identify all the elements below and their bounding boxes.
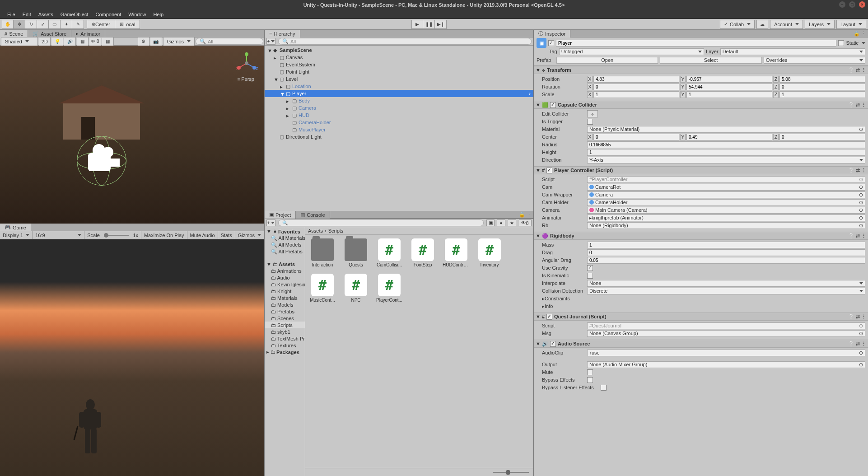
hidden-count-button[interactable]: 👁8 bbox=[519, 219, 532, 226]
camera-gizmo[interactable] bbox=[77, 136, 131, 186]
asset-musiccont[interactable]: #MusicCont... bbox=[309, 274, 336, 303]
persp-label[interactable]: ≡ Persp bbox=[238, 76, 254, 82]
pivot-center-button[interactable]: ⊕ Center bbox=[87, 20, 115, 29]
maxonplay-toggle[interactable]: Maximize On Play bbox=[141, 231, 187, 239]
camera-field[interactable]: Main Camera (Camera)⊙ bbox=[587, 207, 865, 214]
hierarchy-item-musicplayer[interactable]: ▢ MusicPlayer bbox=[265, 126, 533, 133]
tag-dropdown[interactable]: Untagged bbox=[559, 48, 704, 55]
gameobject-icon[interactable]: ▣ bbox=[537, 38, 546, 48]
tab-hierarchy[interactable]: ≡ Hierarchy bbox=[265, 30, 300, 37]
animator-field[interactable]: ▸ knigthprefab (Animator)⊙ bbox=[587, 215, 865, 221]
istrigger-checkbox[interactable] bbox=[587, 119, 593, 125]
hierarchy-search-input[interactable]: 🔍All bbox=[278, 38, 532, 45]
menu-help[interactable]: Help bbox=[149, 11, 167, 18]
prefab-overrides-dropdown[interactable]: Overrides bbox=[764, 57, 865, 64]
shading-dropdown[interactable]: Shaded bbox=[1, 37, 38, 46]
hierarchy-item-directional-light[interactable]: ▢ Directional Light bbox=[265, 133, 533, 140]
hierarchy-item-level[interactable]: ▼▢ Level bbox=[265, 75, 533, 83]
hierarchy-item-canvas[interactable]: ▸▢ Canvas bbox=[265, 54, 533, 61]
asset-footstep[interactable]: #FootStep bbox=[409, 238, 436, 267]
inspector-lock-icon[interactable]: 🔒 bbox=[854, 31, 860, 37]
asset-playercont[interactable]: #PlayerCont... bbox=[376, 274, 403, 303]
favorites-root[interactable]: ▼ ★ Favorites bbox=[265, 228, 305, 235]
mass-input[interactable] bbox=[587, 242, 865, 248]
game-gizmos-dropdown[interactable]: Gizmos bbox=[235, 231, 264, 239]
window-close-icon[interactable]: × bbox=[859, 1, 865, 8]
angdrag-input[interactable] bbox=[587, 257, 865, 264]
scale-tool-button[interactable]: ⤢ bbox=[37, 20, 49, 29]
bypasslisten-checkbox[interactable] bbox=[601, 385, 607, 391]
collisiondet-dropdown[interactable]: Discrete bbox=[587, 288, 865, 294]
asset-quests[interactable]: Quests bbox=[342, 238, 369, 267]
tab-project[interactable]: ▣ Project bbox=[265, 211, 296, 219]
interpolate-dropdown[interactable]: None bbox=[587, 280, 865, 287]
layers-dropdown[interactable]: Layers bbox=[805, 20, 835, 29]
cloud-button[interactable]: ☁ bbox=[756, 20, 768, 29]
rot-x-input[interactable] bbox=[593, 84, 679, 90]
object-name-input[interactable] bbox=[556, 40, 836, 47]
menu-component[interactable]: Component bbox=[92, 11, 125, 18]
camwrap-field[interactable]: Camera⊙ bbox=[587, 191, 865, 198]
tab-animator[interactable]: ▸ Animator bbox=[71, 30, 105, 37]
move-tool-button[interactable]: ✥ bbox=[14, 20, 25, 29]
playercontroller-component-header[interactable]: ▼ # Player Controller (Script)❔ ⇄ ⋮ bbox=[534, 166, 868, 174]
tab-assetstore[interactable]: 🛒 Asset Store bbox=[28, 30, 71, 37]
collab-dropdown[interactable]: ✓ Collab bbox=[720, 20, 755, 29]
tab-console[interactable]: ▤ Console bbox=[296, 211, 330, 219]
scene-camera2-button[interactable]: 📷 bbox=[150, 37, 162, 46]
layout-dropdown[interactable]: Layout bbox=[836, 20, 866, 29]
scale-slider[interactable]: Scale 1x bbox=[84, 231, 141, 239]
drag-input[interactable] bbox=[587, 249, 865, 256]
hierarchy-item-player[interactable]: ▼▢ Player› bbox=[265, 90, 533, 97]
folder-knight[interactable]: 🗀 Knight bbox=[265, 288, 305, 294]
radius-input[interactable] bbox=[587, 141, 865, 148]
cam-field[interactable]: CameraRot⊙ bbox=[587, 184, 865, 191]
active-checkbox[interactable] bbox=[548, 40, 554, 46]
search-type-button[interactable]: ▣ bbox=[486, 219, 495, 226]
project-search-input[interactable]: 🔍 bbox=[278, 219, 484, 226]
pause-button[interactable]: ❚❚ bbox=[423, 20, 435, 29]
axis-gizmo[interactable]: y x z bbox=[235, 52, 258, 75]
fav-all-models[interactable]: 🔍 All Models bbox=[265, 242, 305, 248]
game-view[interactable] bbox=[0, 239, 264, 476]
kinematic-checkbox[interactable] bbox=[587, 273, 593, 279]
inspector-menu-icon[interactable]: ⋮ bbox=[861, 31, 866, 37]
folder-skyb1[interactable]: 🗀 skyb1 bbox=[265, 328, 305, 335]
asset-npc[interactable]: #NPC bbox=[342, 274, 369, 303]
transform-tool-button[interactable]: ✦ bbox=[61, 20, 72, 29]
scene-grid-toggle[interactable]: ▦ bbox=[102, 37, 114, 46]
edit-collider-button[interactable]: ⟐ bbox=[587, 110, 598, 117]
project-icon-size-slider[interactable] bbox=[305, 468, 533, 476]
direction-dropdown[interactable]: Y-Axis bbox=[587, 157, 865, 163]
asset-camcollisi[interactable]: #CamCollisi... bbox=[376, 238, 403, 267]
layer-dropdown[interactable]: Default bbox=[720, 48, 865, 55]
project-create-button[interactable]: + bbox=[266, 219, 275, 226]
folder-scripts[interactable]: 🗀 Scripts bbox=[265, 322, 305, 328]
packages-root[interactable]: ▸ 🗀 Packages bbox=[265, 349, 305, 355]
menu-assets[interactable]: Assets bbox=[35, 11, 57, 18]
rb-field[interactable]: None (Rigidbody)⊙ bbox=[587, 222, 865, 229]
scene-hidden-toggle[interactable]: 👁 0 bbox=[89, 37, 101, 46]
tab-game[interactable]: 🎮 Game bbox=[0, 224, 31, 231]
scene-audio-toggle[interactable]: 🔊 bbox=[64, 37, 76, 46]
scene-lighting-toggle[interactable]: 💡 bbox=[51, 37, 63, 46]
panel-lock-icon[interactable]: 🔒 bbox=[519, 212, 525, 218]
hierarchy-item-hud[interactable]: ▸▢ HUD bbox=[265, 112, 533, 119]
center-x-input[interactable] bbox=[593, 134, 679, 140]
constraints-foldout[interactable]: Constraints bbox=[545, 296, 570, 301]
pos-z-input[interactable] bbox=[779, 76, 865, 83]
menu-gameobject[interactable]: GameObject bbox=[57, 11, 92, 18]
rot-z-input[interactable] bbox=[779, 84, 865, 90]
hierarchy-item-location[interactable]: ▸▢ Location bbox=[265, 83, 533, 90]
asset-inventory[interactable]: #Inventory bbox=[476, 238, 503, 267]
camhold-field[interactable]: CameraHolder⊙ bbox=[587, 199, 865, 206]
muteaudio-toggle[interactable]: Mute Audio bbox=[187, 231, 218, 239]
folder-materials[interactable]: 🗀 Materials bbox=[265, 294, 305, 301]
rot-y-input[interactable] bbox=[686, 84, 772, 90]
folder-prefabs[interactable]: 🗀 Prefabs bbox=[265, 308, 305, 315]
stats-toggle[interactable]: Stats bbox=[218, 231, 235, 239]
pos-y-input[interactable] bbox=[686, 76, 772, 83]
folder-animations[interactable]: 🗀 Animations bbox=[265, 267, 305, 274]
project-folder-tree[interactable]: ▼ ★ Favorites 🔍 All Materials 🔍 All Mode… bbox=[265, 227, 305, 476]
rect-tool-button[interactable]: ▭ bbox=[49, 20, 61, 29]
